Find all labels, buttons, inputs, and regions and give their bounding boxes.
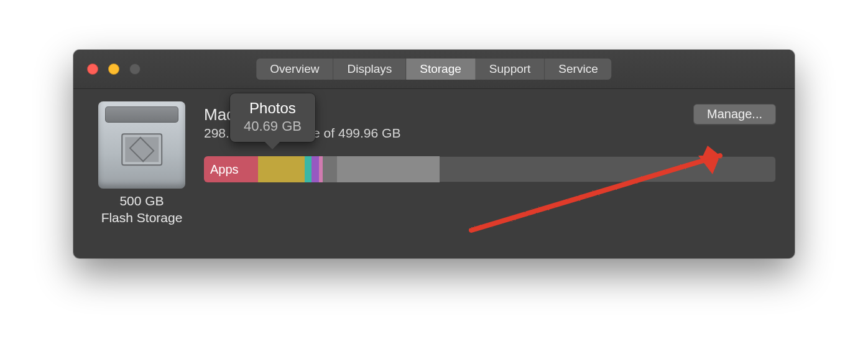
storage-segment-apps[interactable]: Apps — [204, 156, 258, 182]
storage-segment-system[interactable] — [323, 156, 337, 182]
tab-bar: Overview Displays Storage Support Servic… — [256, 59, 611, 80]
avail-total: 499.96 GB — [338, 126, 400, 140]
storage-segment-teal[interactable] — [305, 156, 312, 182]
storage-segment-photos[interactable] — [258, 156, 305, 182]
about-this-mac-window: Overview Displays Storage Support Servic… — [73, 50, 795, 258]
tooltip-title: Photos — [244, 100, 302, 117]
tab-service[interactable]: Service — [545, 59, 611, 80]
storage-segment-free — [440, 156, 776, 182]
tab-overview[interactable]: Overview — [256, 59, 333, 80]
titlebar: Overview Displays Storage Support Servic… — [73, 50, 795, 89]
storage-segment-purple[interactable] — [312, 156, 319, 182]
content-area: 500 GB Flash Storage Mac 298. xx GB avai… — [73, 89, 795, 259]
tab-support[interactable]: Support — [476, 59, 545, 80]
storage-segment-apps-label: Apps — [210, 162, 239, 177]
zoom-window-button[interactable] — [129, 63, 141, 75]
traffic-lights — [87, 63, 141, 75]
tooltip-subtitle: 40.69 GB — [244, 118, 302, 134]
storage-bar[interactable]: Apps — [204, 156, 776, 182]
avail-prefix: 298. — [204, 126, 229, 140]
drive-capacity-line2: Flash Storage — [101, 210, 183, 225]
drive-info: 500 GB Flash Storage — [86, 101, 198, 227]
manage-button[interactable]: Manage... — [693, 104, 776, 124]
storage-segment-other[interactable] — [337, 156, 440, 182]
drive-icon — [98, 101, 185, 189]
drive-capacity-label: 500 GB Flash Storage — [86, 192, 198, 227]
drive-capacity-line1: 500 GB — [119, 194, 164, 208]
minimize-window-button[interactable] — [108, 63, 119, 75]
tab-displays[interactable]: Displays — [333, 59, 406, 80]
close-window-button[interactable] — [87, 63, 98, 75]
storage-tooltip: Photos 40.69 GB — [230, 93, 315, 142]
tab-storage[interactable]: Storage — [406, 59, 476, 80]
